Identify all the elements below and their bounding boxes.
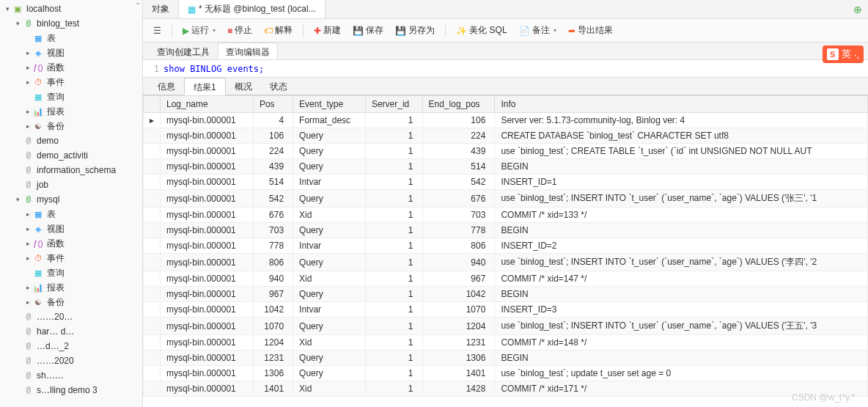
chevron-down-icon[interactable]: ▾ (213, 27, 216, 34)
cell[interactable]: Query (293, 144, 366, 159)
table-row[interactable]: mysql-bin.000001967Query11042BEGIN (144, 287, 868, 302)
cell[interactable]: 1401 (253, 381, 293, 397)
cell[interactable]: 1 (365, 190, 422, 208)
table-row[interactable]: ▸mysql-bin.0000014Format_desc1106Server … (144, 113, 868, 128)
cell[interactable]: Xid (293, 335, 366, 351)
table-row[interactable]: mysql-bin.0000011231Query11306BEGIN (144, 351, 868, 366)
cell[interactable]: COMMIT /* xid=133 */ (495, 208, 868, 223)
tree-item[interactable]: ▦查询 (0, 265, 142, 280)
cell[interactable]: mysql-bin.000001 (161, 366, 254, 381)
cell[interactable]: mysql-bin.000001 (161, 159, 254, 175)
tab-result1[interactable]: 结果1 (184, 78, 226, 95)
tree-item[interactable]: 🛢demo (0, 133, 142, 148)
cell[interactable]: 940 (253, 271, 293, 287)
save-button[interactable]: 💾保存 (348, 22, 388, 39)
ime-badge[interactable]: S 英 ·, (823, 45, 864, 63)
cell[interactable]: 703 (422, 208, 495, 223)
cell[interactable]: mysql-bin.000001 (161, 208, 254, 223)
cell[interactable]: mysql-bin.000001 (161, 113, 254, 128)
cell[interactable]: 703 (253, 223, 293, 238)
column-header[interactable]: Server_id (365, 96, 422, 113)
result-grid[interactable]: Log_namePosEvent_typeServer_idEnd_log_po… (143, 95, 868, 407)
expander-icon[interactable] (13, 136, 22, 145)
tab-query-builder[interactable]: 查询创建工具 (149, 43, 218, 59)
cell[interactable]: 4 (253, 113, 293, 128)
expander-icon[interactable]: ▸ (23, 210, 32, 219)
tree-item[interactable]: ▾▣localhost (0, 1, 142, 16)
cell[interactable]: use `binlog_test`; INSERT INTO `t_user` … (495, 254, 868, 271)
cell[interactable]: Query (293, 366, 366, 381)
expander-icon[interactable]: ▸ (23, 239, 32, 248)
expander-icon[interactable]: ▾ (13, 19, 22, 28)
cell[interactable]: BEGIN (495, 223, 868, 238)
cell[interactable]: mysql-bin.000001 (161, 175, 254, 190)
table-row[interactable]: mysql-bin.000001439Query1514BEGIN (144, 159, 868, 175)
cell[interactable]: 1204 (422, 318, 495, 335)
cell[interactable]: Query (293, 128, 366, 144)
cell[interactable]: mysql-bin.000001 (161, 223, 254, 238)
new-button[interactable]: ✚新建 (309, 22, 345, 39)
table-row[interactable]: mysql-bin.0000011401Xid11428COMMIT /* xi… (144, 381, 868, 397)
cell[interactable]: mysql-bin.000001 (161, 302, 254, 318)
table-row[interactable]: mysql-bin.000001676Xid1703COMMIT /* xid=… (144, 208, 868, 223)
cell[interactable]: CREATE DATABASE `binlog_test` CHARACTER … (495, 128, 868, 144)
saveas-button[interactable]: 💾另存为 (391, 22, 439, 39)
tree-item[interactable]: ▸☯备份 (0, 119, 142, 133)
expander-icon[interactable]: ▸ (23, 122, 32, 131)
expander-icon[interactable] (23, 268, 32, 277)
tree-item[interactable]: ▸☯备份 (0, 295, 142, 309)
tree-item[interactable]: ▸ƒ()函数 (0, 236, 142, 251)
tab-info[interactable]: 信息 (149, 78, 184, 95)
table-row[interactable]: mysql-bin.000001514Intvar1542INSERT_ID=1 (144, 175, 868, 190)
tree-item[interactable]: 🛢…d…_2 (0, 339, 142, 353)
cell[interactable]: 676 (422, 190, 495, 208)
cell[interactable]: use `binlog_test`; INSERT INTO `t_user` … (495, 190, 868, 208)
expander-icon[interactable] (13, 371, 22, 380)
column-header[interactable]: Event_type (293, 96, 366, 113)
expander-icon[interactable]: ▾ (3, 4, 12, 13)
expander-icon[interactable]: ▸ (23, 224, 32, 233)
expander-icon[interactable] (13, 166, 22, 175)
cell[interactable]: 106 (253, 128, 293, 144)
cell[interactable]: 106 (422, 113, 495, 128)
cell[interactable]: 1231 (422, 335, 495, 351)
note-button[interactable]: 📄备注▾ (515, 22, 561, 39)
explain-button[interactable]: 🏷解释 (260, 22, 297, 39)
tab-query-editor[interactable]: 查询编辑器 (218, 43, 278, 59)
cell[interactable]: 1070 (253, 318, 293, 335)
cell[interactable]: Query (293, 351, 366, 366)
stop-button[interactable]: ■停止 (223, 22, 257, 39)
cell[interactable]: 439 (422, 144, 495, 159)
cell[interactable]: 1 (365, 254, 422, 271)
cell[interactable]: BEGIN (495, 159, 868, 175)
cell[interactable]: 514 (422, 159, 495, 175)
cell[interactable]: mysql-bin.000001 (161, 335, 254, 351)
cell[interactable]: COMMIT /* xid=148 */ (495, 335, 868, 351)
cell[interactable]: Server ver: 5.1.73-community-log, Binlog… (495, 113, 868, 128)
tab-status[interactable]: 状态 (261, 78, 296, 95)
expander-icon[interactable] (13, 312, 22, 321)
expander-icon[interactable]: ▸ (23, 298, 32, 307)
cell[interactable]: Query (293, 159, 366, 175)
tree-item[interactable]: ▦表 (0, 31, 142, 45)
cell[interactable]: mysql-bin.000001 (161, 144, 254, 159)
cell[interactable]: 224 (422, 128, 495, 144)
tree-item[interactable]: 🛢har… d… (0, 324, 142, 339)
cell[interactable]: mysql-bin.000001 (161, 190, 254, 208)
expander-icon[interactable] (13, 386, 22, 395)
tree-item[interactable]: 🛢……2020 (0, 353, 142, 368)
sql-code[interactable]: show BINLOG events; (163, 64, 868, 74)
cell[interactable]: Intvar (293, 302, 366, 318)
expander-icon[interactable]: ▸ (23, 283, 32, 292)
expander-icon[interactable]: ▸ (23, 48, 32, 57)
cell[interactable]: mysql-bin.000001 (161, 238, 254, 254)
cell[interactable]: Query (293, 223, 366, 238)
cell[interactable]: use `binlog_test`; CREATE TABLE `t_user`… (495, 144, 868, 159)
table-row[interactable]: mysql-bin.000001224Query1439use `binlog_… (144, 144, 868, 159)
cell[interactable]: mysql-bin.000001 (161, 318, 254, 335)
cell[interactable]: Query (293, 287, 366, 302)
expander-icon[interactable] (13, 342, 22, 351)
table-row[interactable]: mysql-bin.000001542Query1676use `binlog_… (144, 190, 868, 208)
tree-item[interactable]: ▸▦表 (0, 207, 142, 221)
tab-query[interactable]: ▦ * 无标题 @binlog_test (local... (179, 0, 326, 18)
